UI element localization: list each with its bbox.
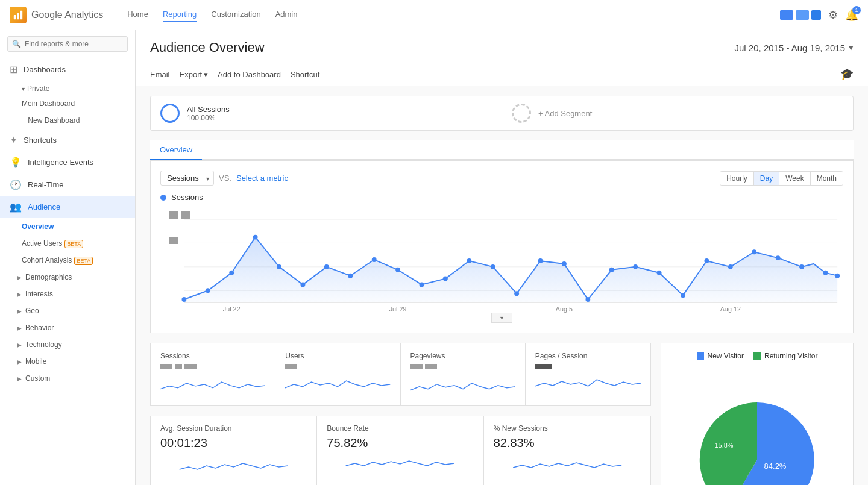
bulb-icon: 💡: [10, 157, 22, 168]
chart-expand-arrow[interactable]: ▾: [160, 313, 843, 323]
avatar-3: [811, 10, 821, 20]
legend-returning-visitor: Returning Visitor: [753, 352, 818, 360]
svg-rect-2: [20, 10, 23, 19]
mortar-board-icon[interactable]: 🎓: [840, 67, 854, 81]
time-hourly[interactable]: Hourly: [720, 172, 754, 185]
chart-legend: Sessions: [160, 193, 843, 202]
bar-3: [184, 364, 197, 369]
annotation-box-3: [169, 237, 178, 244]
metric-bounce-rate: Bounce Rate 75.82%: [317, 416, 483, 485]
svg-rect-0: [14, 15, 16, 19]
sidebar-item-intelligence[interactable]: 💡 Intelligence Events: [0, 151, 135, 174]
svg-point-20: [467, 258, 471, 263]
svg-point-32: [752, 249, 756, 254]
time-week[interactable]: Week: [779, 172, 810, 185]
legend-dot-returning: [753, 352, 761, 360]
select-metric-link[interactable]: Select a metric: [236, 174, 288, 183]
nav-customization[interactable]: Customization: [211, 7, 260, 22]
metric-pages-per-session-title: Pages / Session: [535, 352, 641, 360]
segment-add[interactable]: + Add Segment: [502, 96, 853, 130]
people-icon: 👥: [10, 201, 22, 213]
metric-pageviews-title: Pageviews: [410, 352, 515, 360]
date-range-picker[interactable]: Jul 20, 2015 - Aug 19, 2015 ▾: [735, 42, 854, 53]
main-layout: 🔍 ⊞ Dashboards ▾ Private Mein Dashboard …: [0, 30, 868, 485]
svg-point-21: [491, 264, 495, 269]
sidebar-cohort-analysis[interactable]: Cohort AnalysisBETA: [0, 252, 135, 269]
avg-session-sparkline: [160, 452, 307, 477]
sidebar-item-audience[interactable]: 👥 Audience: [0, 196, 135, 218]
metric-pageviews: Pageviews: [401, 343, 526, 405]
svg-point-11: [253, 235, 258, 240]
avatar-2: [796, 10, 809, 20]
svg-point-15: [348, 274, 353, 278]
pie-chart-area: New Visitor Returning Visitor: [661, 343, 854, 485]
sidebar-mein-dashboard[interactable]: Mein Dashboard: [0, 95, 135, 112]
annotation-box-2: [181, 211, 190, 219]
google-analytics-logo: [10, 7, 27, 23]
bar-p2: [425, 364, 437, 369]
legend-new-label: New Visitor: [708, 352, 744, 360]
metric-pages-per-session: Pages / Session: [526, 343, 650, 405]
nav-reporting[interactable]: Reporting: [163, 7, 197, 22]
sidebar-active-users[interactable]: Active UsersBETA: [0, 235, 135, 252]
sidebar-technology[interactable]: ▶ Technology: [0, 336, 135, 353]
email-button[interactable]: Email: [150, 70, 170, 79]
annotation-box-1: [169, 211, 178, 219]
sidebar-audience-overview[interactable]: Overview: [0, 218, 135, 235]
metric-users-bars: [285, 364, 390, 369]
time-month[interactable]: Month: [811, 172, 843, 185]
add-to-dashboard-button[interactable]: Add to Dashboard: [218, 70, 281, 79]
export-button[interactable]: Export ▾: [180, 70, 209, 79]
search-box: 🔍: [0, 30, 135, 58]
legend-new-visitor: New Visitor: [697, 352, 744, 360]
sidebar-mobile[interactable]: ▶ Mobile: [0, 353, 135, 370]
bar-1: [160, 364, 172, 369]
sessions-sparkline: [160, 371, 265, 395]
avatar-1: [780, 10, 793, 20]
nav-links: Home Reporting Customization Admin: [127, 7, 766, 22]
chevron-right-icon3: ▶: [17, 308, 22, 314]
nav-home[interactable]: Home: [127, 7, 148, 22]
legend-dot-sessions: [160, 195, 166, 201]
sidebar-behavior[interactable]: ▶ Behavior: [0, 319, 135, 336]
segment-circle-empty: [512, 104, 531, 123]
time-period-buttons: Hourly Day Week Month: [720, 171, 843, 186]
sidebar-geo[interactable]: ▶ Geo: [0, 302, 135, 319]
logo-area: Google Analytics: [10, 7, 103, 23]
sidebar-custom[interactable]: ▶ Custom: [0, 370, 135, 387]
sidebar-intelligence-label: Intelligence Events: [28, 158, 93, 167]
export-chevron-icon: ▾: [204, 70, 208, 79]
svg-point-24: [562, 261, 567, 266]
metric-dropdown[interactable]: Sessions: [160, 171, 214, 186]
sidebar-interests[interactable]: ▶ Interests: [0, 286, 135, 302]
expand-icon[interactable]: ▾: [491, 313, 512, 323]
metric-users-title: Users: [285, 352, 390, 360]
segment-all-sessions: All Sessions 100.00%: [151, 96, 502, 130]
svg-point-19: [443, 277, 448, 281]
search-input[interactable]: [7, 36, 128, 52]
main-content: All Sessions 100.00% + Add Segment Overv…: [136, 86, 868, 485]
sidebar-demographics[interactable]: ▶ Demographics: [0, 269, 135, 286]
svg-point-16: [372, 257, 377, 262]
metrics-row-2: Avg. Session Duration 00:01:23 Bounce Ra…: [150, 416, 651, 485]
clock-icon: 🕐: [10, 179, 22, 190]
svg-point-27: [633, 264, 638, 269]
sidebar-item-dashboards[interactable]: ⊞ Dashboards: [0, 58, 135, 81]
notifications-bell[interactable]: 🔔 1: [845, 8, 858, 22]
chevron-right-icon6: ▶: [17, 358, 22, 365]
bounce-sparkline: [327, 452, 473, 477]
svg-point-28: [657, 271, 662, 275]
top-navigation: Google Analytics Home Reporting Customiz…: [0, 0, 868, 30]
settings-icon[interactable]: ⚙: [828, 8, 838, 22]
svg-point-18: [420, 282, 424, 287]
time-day[interactable]: Day: [754, 172, 779, 185]
shortcut-button[interactable]: Shortcut: [291, 70, 319, 79]
metric-new-value: 82.83%: [494, 436, 641, 450]
sidebar-item-realtime[interactable]: 🕐 Real-Time: [0, 174, 135, 196]
metric-sessions: Sessions: [151, 343, 275, 405]
nav-admin[interactable]: Admin: [275, 7, 298, 22]
sidebar-item-shortcuts[interactable]: ✦ Shortcuts: [0, 129, 135, 151]
tab-overview[interactable]: Overview: [150, 140, 202, 160]
svg-text:Aug 5: Aug 5: [556, 305, 573, 313]
sidebar-new-dashboard[interactable]: + New Dashboard: [0, 112, 135, 129]
